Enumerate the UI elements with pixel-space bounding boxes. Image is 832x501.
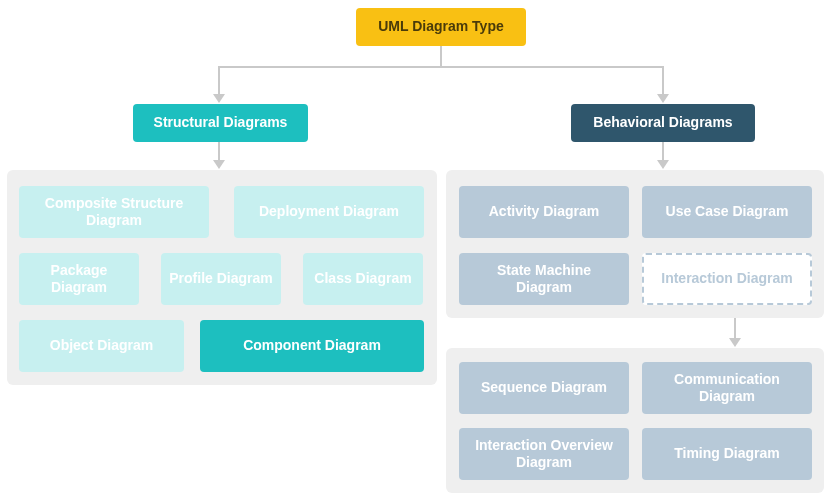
leaf-label: Interaction Overview Diagram: [467, 437, 621, 472]
root-label: UML Diagram Type: [378, 18, 504, 36]
leaf-label: Composite Structure Diagram: [27, 195, 201, 230]
leaf-component: Component Diagram: [200, 320, 424, 372]
leaf-label: Timing Diagram: [674, 445, 780, 463]
leaf-class: Class Diagram: [303, 253, 423, 305]
leaf-activity: Activity Diagram: [459, 186, 629, 238]
category-structural: Structural Diagrams: [133, 104, 308, 142]
leaf-communication: Communication Diagram: [642, 362, 812, 414]
leaf-timing: Timing Diagram: [642, 428, 812, 480]
category-structural-label: Structural Diagrams: [154, 114, 288, 132]
leaf-label: Interaction Diagram: [661, 270, 792, 288]
leaf-object: Object Diagram: [19, 320, 184, 372]
leaf-label: Use Case Diagram: [666, 203, 789, 221]
leaf-label: Object Diagram: [50, 337, 153, 355]
leaf-composite-structure: Composite Structure Diagram: [19, 186, 209, 238]
leaf-label: Package Diagram: [27, 262, 131, 297]
leaf-deployment: Deployment Diagram: [234, 186, 424, 238]
leaf-label: Profile Diagram: [169, 270, 272, 288]
leaf-usecase: Use Case Diagram: [642, 186, 812, 238]
leaf-package: Package Diagram: [19, 253, 139, 305]
root-node: UML Diagram Type: [356, 8, 526, 46]
leaf-interaction: Interaction Diagram: [642, 253, 812, 305]
leaf-label: Class Diagram: [314, 270, 411, 288]
leaf-profile: Profile Diagram: [161, 253, 281, 305]
leaf-label: Component Diagram: [243, 337, 381, 355]
category-behavioral: Behavioral Diagrams: [571, 104, 755, 142]
category-behavioral-label: Behavioral Diagrams: [593, 114, 732, 132]
leaf-interaction-overview: Interaction Overview Diagram: [459, 428, 629, 480]
leaf-label: State Machine Diagram: [467, 262, 621, 297]
leaf-statemachine: State Machine Diagram: [459, 253, 629, 305]
leaf-label: Deployment Diagram: [259, 203, 399, 221]
leaf-label: Sequence Diagram: [481, 379, 607, 397]
leaf-label: Communication Diagram: [650, 371, 804, 406]
leaf-sequence: Sequence Diagram: [459, 362, 629, 414]
leaf-label: Activity Diagram: [489, 203, 599, 221]
